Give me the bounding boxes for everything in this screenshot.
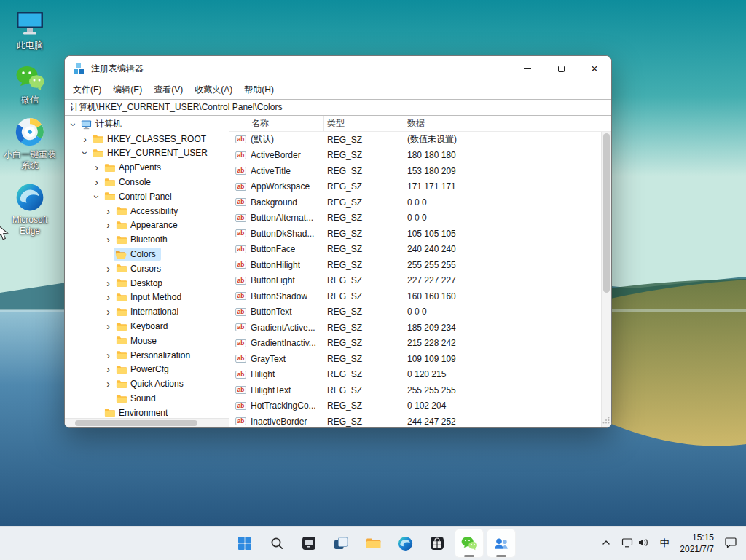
hidden-icons-button[interactable]	[597, 529, 616, 557]
tree-node-colors[interactable]: Colors	[65, 247, 229, 261]
registry-value-row[interactable]: abHotTrackingCo...REG_SZ0 102 204	[229, 398, 601, 414]
registry-value-row[interactable]: abButtonFaceREG_SZ240 240 240	[229, 242, 601, 258]
registry-value-row[interactable]: abButtonHilightREG_SZ255 255 255	[229, 257, 601, 273]
taskbar-store-button[interactable]	[423, 529, 452, 558]
tree-node-hkey_classes_root[interactable]: ›HKEY_CLASSES_ROOT	[65, 132, 229, 146]
tree-node-label: Bluetooth	[130, 234, 168, 245]
tree-node-international[interactable]: ›International	[65, 304, 229, 319]
address-bar[interactable]: 计算机\HKEY_CURRENT_USER\Control Panel\Colo…	[65, 99, 611, 116]
taskbar-people-button[interactable]	[487, 529, 516, 558]
expand-chevron-icon[interactable]: ›	[103, 321, 114, 331]
taskbar-search-button[interactable]	[262, 529, 291, 558]
registry-value-row[interactable]: abHilightTextREG_SZ255 255 255	[229, 382, 601, 398]
registry-value-row[interactable]: abActiveTitleREG_SZ153 180 209	[229, 163, 601, 179]
tree-node-sound[interactable]: Sound	[65, 391, 229, 406]
desktop-icon-edge[interactable]: MicrosoftEdge	[1, 181, 58, 237]
registry-value-row[interactable]: abActiveBorderREG_SZ180 180 180	[229, 148, 601, 164]
desktop-icon-wechat[interactable]: 微信	[1, 60, 58, 106]
taskbar-darkapp-button[interactable]	[294, 529, 323, 558]
tree-node-control-panel[interactable]: ›Control Panel	[65, 189, 229, 204]
tree-node-hkey_current_user[interactable]: ›HKEY_CURRENT_USER	[65, 146, 229, 161]
column-header-2[interactable]: 数据	[404, 116, 611, 131]
collapse-chevron-icon[interactable]: ›	[80, 148, 90, 159]
tree-node-console[interactable]: ›Console	[65, 175, 229, 189]
desktop-icon-this-pc[interactable]: 此电脑	[1, 6, 58, 51]
registry-value-row[interactable]: abAppWorkspaceREG_SZ171 171 171	[229, 179, 601, 195]
tree-node-personalization[interactable]: ›Personalization	[65, 348, 229, 363]
expand-chevron-icon[interactable]: ›	[103, 278, 114, 288]
menu-help[interactable]: 帮助(H)	[238, 82, 280, 98]
tree-node-keyboard[interactable]: ›Keyboard	[65, 319, 229, 334]
tree-node-cursors[interactable]: ›Cursors	[65, 261, 229, 276]
registry-value-row[interactable]: abButtonDkShad...REG_SZ105 105 105	[229, 226, 601, 242]
svg-text:ab: ab	[237, 262, 245, 269]
expand-chevron-icon[interactable]: ›	[103, 379, 114, 389]
value-data: 160 160 160	[404, 291, 601, 301]
taskbar-start-button[interactable]	[230, 529, 259, 558]
expand-chevron-icon[interactable]: ›	[103, 220, 114, 230]
chat-button[interactable]	[720, 529, 742, 557]
collapse-chevron-icon[interactable]: ›	[92, 191, 102, 202]
tree-horizontal-scrollbar[interactable]	[65, 418, 229, 427]
tree-node-bluetooth[interactable]: ›Bluetooth	[65, 232, 229, 247]
tree-node-appearance[interactable]: ›Appearance	[65, 218, 229, 233]
registry-value-row[interactable]: abGrayTextREG_SZ109 109 109	[229, 351, 601, 367]
registry-value-row[interactable]: abHilightREG_SZ0 120 215	[229, 367, 601, 383]
taskbar-wechat-button[interactable]	[455, 529, 484, 558]
tree-node-environment[interactable]: Environment	[65, 406, 229, 418]
minimize-icon	[524, 68, 531, 69]
taskbar-edge-button[interactable]	[390, 529, 420, 558]
folder-icon	[115, 336, 127, 345]
tree-node-accessibility[interactable]: ›Accessibility	[65, 204, 229, 218]
registry-value-row[interactable]: abInactiveBorderREG_SZ244 247 252	[229, 414, 601, 427]
list-vertical-scrollbar[interactable]	[601, 132, 611, 427]
maximize-button[interactable]	[544, 56, 578, 81]
tree-node-desktop[interactable]: ›Desktop	[65, 276, 229, 291]
close-button[interactable]: ✕	[578, 56, 611, 81]
registry-value-row[interactable]: abGradientInactiv...REG_SZ215 228 242	[229, 336, 601, 352]
value-type: REG_SZ	[324, 417, 404, 427]
registry-value-row[interactable]: abGradientActive...REG_SZ185 209 234	[229, 320, 601, 336]
tree-node-quick-actions[interactable]: ›Quick Actions	[65, 376, 229, 391]
registry-value-row[interactable]: ab(默认)REG_SZ(数值未设置)	[229, 132, 601, 148]
expand-chevron-icon[interactable]: ›	[91, 177, 102, 187]
expand-chevron-icon[interactable]: ›	[103, 364, 114, 374]
registry-value-row[interactable]: abButtonAlternat...REG_SZ0 0 0	[229, 210, 601, 226]
column-header-0[interactable]: 名称	[235, 116, 324, 131]
regedit-app-icon	[73, 63, 85, 74]
expand-chevron-icon[interactable]: ›	[103, 307, 114, 317]
registry-value-row[interactable]: abButtonLightREG_SZ227 227 227	[229, 273, 601, 289]
taskbar-explorer-button[interactable]	[358, 529, 388, 558]
start-icon	[237, 535, 253, 551]
expand-chevron-icon[interactable]: ›	[103, 234, 114, 245]
tree-node-appevents[interactable]: ›AppEvents	[65, 160, 229, 175]
expand-chevron-icon[interactable]: ›	[103, 350, 114, 360]
taskbar-taskview-button[interactable]	[326, 529, 356, 558]
resize-grip[interactable]	[602, 416, 610, 426]
registry-value-row[interactable]: abButtonTextREG_SZ0 0 0	[229, 304, 601, 320]
registry-value-row[interactable]: abBackgroundREG_SZ0 0 0	[229, 194, 601, 210]
expand-chevron-icon[interactable]: ›	[103, 206, 114, 216]
collapse-chevron-icon[interactable]: ›	[68, 119, 79, 130]
expand-chevron-icon[interactable]: ›	[91, 162, 102, 173]
menu-file[interactable]: 文件(F)	[67, 82, 107, 98]
menu-favorites[interactable]: 收藏夹(A)	[189, 82, 238, 98]
column-header-1[interactable]: 类型	[324, 116, 404, 131]
desktop-icon-xiaobai[interactable]: 小白一键重装系统	[1, 115, 58, 171]
tree-node-计算机[interactable]: ›计算机	[65, 117, 229, 132]
tree-node-powercfg[interactable]: ›PowerCfg	[65, 363, 229, 377]
registry-value-row[interactable]: abButtonShadowREG_SZ160 160 160	[229, 288, 601, 304]
expand-chevron-icon[interactable]: ›	[79, 134, 90, 144]
network-volume-button[interactable]	[617, 529, 653, 557]
expand-chevron-icon[interactable]: ›	[103, 292, 114, 302]
taskbar-clock[interactable]: 15:15 2021/7/7	[675, 532, 718, 555]
tree-node-input-method[interactable]: ›Input Method	[65, 291, 229, 305]
menu-view[interactable]: 查看(V)	[148, 82, 189, 98]
ime-indicator[interactable]: 中	[655, 529, 674, 557]
menu-edit[interactable]: 编辑(E)	[107, 82, 148, 98]
vertical-scrollbar-thumb[interactable]	[603, 133, 610, 293]
tree-node-mouse[interactable]: Mouse	[65, 334, 229, 348]
minimize-button[interactable]	[511, 56, 544, 81]
expand-chevron-icon[interactable]: ›	[103, 264, 114, 274]
horizontal-scrollbar-thumb[interactable]	[75, 420, 198, 426]
